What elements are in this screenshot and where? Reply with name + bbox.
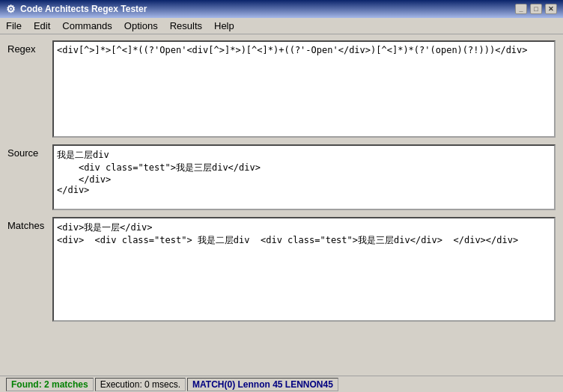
source-field-wrapper xyxy=(52,144,556,212)
regex-label: Regex xyxy=(7,40,46,55)
window-controls: _ □ ✕ xyxy=(515,4,557,14)
title-bar: ⚙ Code Architects Regex Tester _ □ ✕ xyxy=(0,0,563,18)
menu-commands[interactable]: Commands xyxy=(56,19,118,33)
matches-field-wrapper xyxy=(52,217,556,324)
regex-field-wrapper xyxy=(52,40,556,140)
match-info-text: MATCH(0) Lennon 45 LENNON45 xyxy=(192,379,333,390)
status-bar: Found: 2 matches Execution: 0 msecs. MAT… xyxy=(0,376,563,392)
menu-edit[interactable]: Edit xyxy=(28,19,56,33)
maximize-button[interactable]: □ xyxy=(530,4,542,14)
source-label: Source xyxy=(7,144,46,159)
found-text: Found: 2 matches xyxy=(11,379,88,390)
execution-status: Execution: 0 msecs. xyxy=(95,378,186,391)
close-button[interactable]: ✕ xyxy=(545,4,557,14)
found-status: Found: 2 matches xyxy=(6,378,94,391)
menu-file[interactable]: File xyxy=(0,19,28,33)
execution-text: Execution: 0 msecs. xyxy=(100,379,180,390)
menu-help[interactable]: Help xyxy=(208,19,240,33)
source-input[interactable] xyxy=(52,144,556,210)
minimize-button[interactable]: _ xyxy=(515,4,527,14)
matches-output[interactable] xyxy=(52,217,556,322)
matches-label: Matches xyxy=(7,217,46,231)
source-row: Source xyxy=(7,144,556,212)
app-icon: ⚙ xyxy=(6,3,16,15)
title-text: Code Architects Regex Tester xyxy=(20,4,511,14)
match-info-status: MATCH(0) Lennon 45 LENNON45 xyxy=(187,378,338,391)
menu-bar: File Edit Commands Options Results Help xyxy=(0,18,563,34)
regex-row: Regex xyxy=(7,40,556,140)
regex-input[interactable] xyxy=(52,40,556,138)
main-content: Regex Source Matches xyxy=(0,34,563,376)
matches-row: Matches xyxy=(7,217,556,324)
menu-options[interactable]: Options xyxy=(118,19,164,33)
menu-results[interactable]: Results xyxy=(164,19,208,33)
